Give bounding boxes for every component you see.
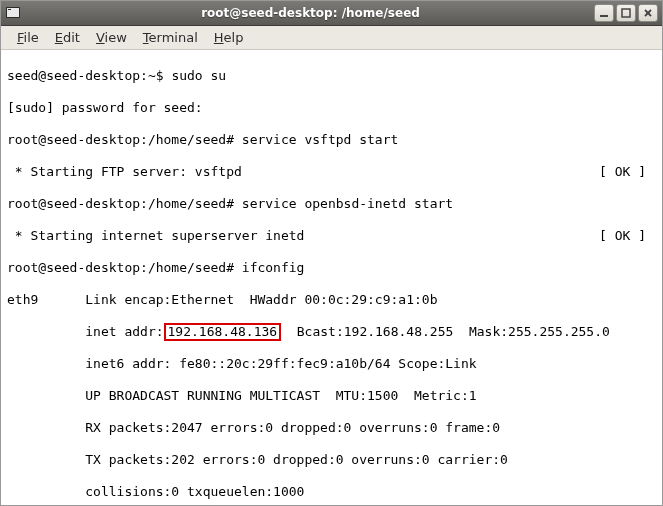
app-icon [5,5,21,21]
terminal-line: inet addr:192.168.48.136 Bcast:192.168.4… [7,324,656,340]
terminal-line: inet6 addr: fe80::20c:29ff:fec9:a10b/64 … [7,356,656,372]
terminal-line: * Starting FTP server: vsftpd[ OK ] [7,164,656,180]
svg-rect-4 [622,9,630,17]
window-controls [594,4,658,22]
terminal-line: root@seed-desktop:/home/seed# service vs… [7,132,656,148]
window-title: root@seed-desktop: /home/seed [27,6,594,20]
svg-rect-3 [600,15,608,17]
menu-file[interactable]: File [9,28,47,47]
menu-view[interactable]: View [88,28,135,47]
menu-edit[interactable]: Edit [47,28,88,47]
terminal-line: TX packets:202 errors:0 dropped:0 overru… [7,452,656,468]
menubar: File Edit View Terminal Help [1,26,662,50]
menu-help[interactable]: Help [206,28,252,47]
terminal-area[interactable]: seed@seed-desktop:~$ sudo su [sudo] pass… [1,50,662,505]
terminal-line: seed@seed-desktop:~$ sudo su [7,68,656,84]
terminal-line: eth9 Link encap:Ethernet HWaddr 00:0c:29… [7,292,656,308]
close-button[interactable] [638,4,658,22]
terminal-line: RX packets:2047 errors:0 dropped:0 overr… [7,420,656,436]
maximize-button[interactable] [616,4,636,22]
svg-rect-2 [8,9,11,10]
status-ok: [ OK ] [599,228,646,244]
terminal-line: UP BROADCAST RUNNING MULTICAST MTU:1500 … [7,388,656,404]
terminal-line: [sudo] password for seed: [7,100,656,116]
minimize-button[interactable] [594,4,614,22]
terminal-line: root@seed-desktop:/home/seed# ifconfig [7,260,656,276]
terminal-line: root@seed-desktop:/home/seed# service op… [7,196,656,212]
window-titlebar: root@seed-desktop: /home/seed [1,1,662,26]
menu-terminal[interactable]: Terminal [135,28,206,47]
terminal-line: * Starting internet superserver inetd[ O… [7,228,656,244]
terminal-line: collisions:0 txqueuelen:1000 [7,484,656,500]
highlighted-ip: 192.168.48.136 [164,323,282,341]
status-ok: [ OK ] [599,164,646,180]
